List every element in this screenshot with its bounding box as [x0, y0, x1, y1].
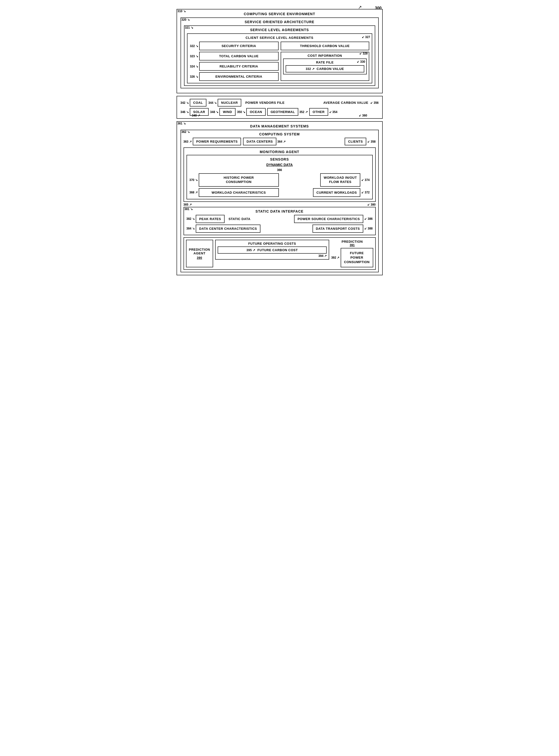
environmental-criteria-row: 326 ↘ ENVIRONMENTAL CRITERIA	[190, 72, 278, 81]
ref-380: ↙ 380	[367, 203, 376, 206]
sdi-title: STATIC DATA INTERFACE	[186, 209, 373, 213]
ref-381: 381 ↘	[183, 207, 194, 211]
csla-box: CLIENT SERVICE LEVEL AGREEMENTS ↙ 327 32…	[187, 33, 372, 84]
security-criteria: SECURITY CRITERIA	[199, 42, 278, 50]
future-power-consumption: FUTUREPOWERCONSUMPTION	[341, 248, 373, 268]
nuclear-item-wrap: 344 ↘ NUCLEAR	[208, 99, 241, 107]
ref-352: 352 ↗	[299, 110, 308, 114]
data-transport-costs: DATA TRANSPORT COSTS	[313, 225, 363, 233]
current-workloads: CURRENT WORKLOADS	[313, 188, 360, 197]
total-carbon-row: 323 ↘ TOTAL CARBON VALUE	[190, 52, 278, 61]
foc-box: FUTURE OPERATING COSTS 395 ↗ FUTURE CARB…	[215, 240, 329, 260]
rate-file-label: RATE FILE	[286, 61, 364, 64]
pred-ref-wrap: PREDICTION 391	[342, 240, 363, 247]
ref-364: 364 ↗	[277, 140, 286, 143]
ref-384: 384 ↘	[186, 227, 195, 230]
ref-326: 326 ↘	[190, 75, 198, 78]
other-wrap: OTHER ↙ 354	[309, 108, 337, 116]
avg-carbon-label: AVERAGE CARBON VALUE	[323, 101, 368, 105]
cw-wrap: CURRENT WORKLOADS ↙ 372	[281, 188, 370, 197]
ref-322: 322 ↘	[190, 44, 198, 48]
geothermal-item: GEOTHERMAL	[267, 108, 298, 116]
ref-320: 320 ↘	[180, 18, 191, 22]
ref-344: 344 ↘	[208, 101, 217, 105]
pred-middle: FUTURE OPERATING COSTS 395 ↗ FUTURE CARB…	[215, 240, 329, 268]
prediction-agent: PREDICTIONAGENT 390	[186, 240, 213, 268]
ref-361: 361 ↘	[177, 121, 187, 126]
reliability-criteria-row: 324 ↘ RELIABILITY CRITERIA	[190, 62, 278, 71]
ocean-wrap: 350 ↘ OCEAN	[237, 108, 266, 116]
clients-wrap: CLIENTS ↙ 358	[344, 138, 376, 145]
rate-file-box: RATE FILE ↙ 330 332 ↗ CARBON VALUE	[283, 59, 367, 74]
power-vendors-box: 340 ↗ ↙ 360 342 ↘ COAL 344 ↘ NUCLEAR POW…	[177, 96, 383, 119]
sdi-row2: 384 ↘ DATA CENTER CHARACTERISTICS DATA T…	[186, 225, 373, 233]
ref-370: 370 ↘	[189, 178, 198, 182]
threshold-carbon-value: THRESHOLD CARBON VALUE	[281, 42, 369, 50]
psc-wrap: POWER SOURCE CHARACTERISTICS ↙ 386	[294, 215, 373, 223]
data-center-characteristics: DATA CENTER CHARACTERISTICS	[196, 225, 261, 233]
ref-346: 346 ↘	[180, 110, 189, 114]
coal-item: COAL	[190, 99, 206, 107]
cost-info-label: COST INFORMATION	[283, 54, 367, 58]
power-source-characteristics: POWER SOURCE CHARACTERISTICS	[294, 215, 363, 223]
ref-350: 350 ↘	[237, 110, 245, 114]
ocean-item: OCEAN	[246, 108, 265, 116]
wc-wrap: 368 ↗ WORKLOAD CHARACTERISTICS	[189, 188, 279, 197]
prediction-agent-label: PREDICTIONAGENT	[189, 248, 210, 255]
cse-box: 310 ↘ COMPUTING SERVICE ENVIRONMENT 320 …	[177, 9, 383, 93]
fcc-box: 395 ↗ FUTURE CARBON COST	[218, 247, 327, 254]
cs-title: COMPUTING SYSTEM	[183, 132, 376, 136]
security-criteria-row: 322 ↘ SECURITY CRITERIA	[190, 42, 278, 50]
total-carbon-value: TOTAL CARBON VALUE	[199, 52, 278, 61]
ref-388: ↙ 388	[364, 227, 373, 230]
ref-row-365-380: 365 ↗ ↙ 380	[183, 203, 376, 206]
wifr-wrap: WORKLOAD IN/OUTFLOW RATES ↙ 374	[281, 173, 370, 187]
ref-324: 324 ↘	[190, 65, 198, 68]
coal-item-wrap: 342 ↘ COAL	[180, 99, 206, 107]
workload-in-out-flow: WORKLOAD IN/OUTFLOW RATES	[320, 173, 360, 187]
csla-right: THRESHOLD CARBON VALUE ↙ 328 COST INFORM…	[281, 42, 369, 81]
hpc-wrap: 370 ↘ HISTORIC POWERCONSUMPTION	[189, 173, 279, 187]
dtc-wrap: DATA TRANSPORT COSTS ↙ 388	[313, 225, 373, 233]
power-vendors-file-label: POWER VENDORS FILE	[245, 101, 285, 105]
geothermal-wrap: GEOTHERMAL 352 ↗	[267, 108, 308, 116]
other-item: OTHER	[309, 108, 328, 116]
sensors-box: SENSORS DYNAMIC DATA 366 370 ↘ HISTORIC …	[186, 155, 373, 199]
ref-340: 340 ↗	[192, 114, 200, 117]
ref-342: 342 ↘	[180, 101, 189, 105]
data-centers-wrap: DATA CENTERS 364 ↗	[243, 138, 286, 145]
sensors-grid: 370 ↘ HISTORIC POWERCONSUMPTION WORKLOAD…	[189, 173, 370, 197]
ref-386: ↙ 386	[364, 217, 373, 221]
power-requirements: POWER REQUIREMENTS	[193, 138, 241, 145]
ref-395: 395 ↗	[246, 248, 255, 252]
sdi-row1: 382 ↘ PEAK RATES STATIC DATA POWER SOURC…	[186, 215, 373, 223]
dms-box: 361 ↘ DATA MANAGEMENT SYSTEMS 362 ↘ COMP…	[177, 121, 383, 275]
ref-330: ↙ 330	[357, 60, 365, 64]
ref-365: 365 ↗	[183, 203, 192, 206]
soa-box: 320 ↘ SERVICE ORIENTED ARCHITECTURE 321 …	[180, 18, 379, 88]
ref-356: ↙ 356	[370, 101, 379, 105]
ref-323: 323 ↘	[190, 54, 198, 58]
ref-382: 382 ↘	[186, 217, 195, 221]
pv-row1: 342 ↘ COAL 344 ↘ NUCLEAR POWER VENDORS F…	[180, 99, 379, 107]
ref-358: ↙ 358	[367, 140, 376, 143]
environmental-criteria: ENVIRONMENTAL CRITERIA	[199, 72, 278, 81]
ref-374: ↙ 374	[361, 178, 370, 182]
ref-363: 363 ↗	[183, 140, 192, 143]
peak-rates: PEAK RATES	[196, 215, 225, 223]
ref-391: 391	[342, 244, 363, 247]
wind-item: WIND	[219, 108, 236, 116]
cse-title: COMPUTING SERVICE ENVIRONMENT	[180, 12, 379, 16]
ref-394: 394 ↗	[218, 254, 327, 258]
nuclear-item: NUCLEAR	[218, 99, 241, 107]
workload-characteristics: WORKLOAD CHARACTERISTICS	[199, 188, 279, 197]
ref-348: 348 ↘	[210, 110, 218, 114]
ref-366: 366	[189, 168, 370, 172]
cs-row: 363 ↗ POWER REQUIREMENTS DATA CENTERS 36…	[183, 138, 376, 145]
historic-power-consumption: HISTORIC POWERCONSUMPTION	[199, 173, 279, 187]
reliability-criteria: RELIABILITY CRITERIA	[199, 62, 278, 71]
pv-row2: 346 ↘ SOLAR 348 ↘ WIND 350 ↘ OCEAN GEOTH…	[180, 108, 379, 116]
ref-362: 362 ↘	[180, 130, 191, 134]
ref-310: 310 ↘	[177, 9, 187, 14]
ref-332: 332 ↗	[306, 67, 315, 71]
